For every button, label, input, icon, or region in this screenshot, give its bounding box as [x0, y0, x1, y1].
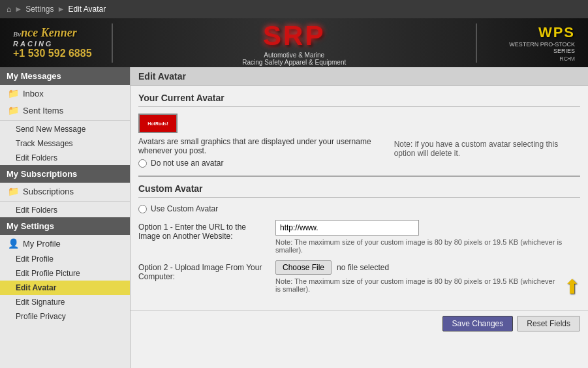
choose-file-button[interactable]: Choose File — [275, 260, 332, 275]
custom-avatar-title: Custom Avatar — [138, 183, 580, 198]
my-subscriptions-header: My Subscriptions — [0, 165, 130, 183]
option1-row: Option 1 - Enter the URL to the Image on… — [138, 220, 580, 254]
sidebar-item-edit-signature[interactable]: Edit Signature — [0, 295, 130, 309]
sidebar-item-profile-privacy[interactable]: Profile Privacy — [0, 309, 130, 324]
main-content: Edit Avatar Your Current Avatar HotRods!… — [131, 67, 588, 368]
use-custom-avatar-label: Use Custom Avatar — [151, 204, 218, 213]
banner-right-logo: WPS WESTERN PRO-STOCK SERIES RC•M — [497, 24, 575, 62]
sidebar: My Messages 📁 Inbox 📁 Sent Items Send Ne… — [0, 67, 131, 368]
sidebar-item-subscriptions[interactable]: 📁 Subscriptions — [0, 183, 130, 200]
sidebar-item-edit-profile-picture[interactable]: Edit Profile Picture — [0, 266, 130, 281]
sent-folder-icon: 📁 — [8, 105, 19, 115]
my-messages-header: My Messages — [0, 67, 130, 85]
profile-user-icon: 👤 — [8, 238, 19, 249]
subscriptions-folder-icon: 📁 — [8, 186, 19, 196]
banner: Bvnce Kenner RACING +1 530 592 6885 SRP … — [0, 18, 588, 67]
inbox-folder-icon: 📁 — [8, 88, 19, 99]
breadcrumb-settings[interactable]: Settings — [25, 5, 54, 14]
no-file-selected-label: no file selected — [337, 263, 389, 272]
url-input[interactable] — [275, 220, 419, 236]
sidebar-item-edit-profile[interactable]: Edit Profile — [0, 252, 130, 266]
no-avatar-label: Do not use an avatar — [151, 159, 223, 168]
sidebar-item-my-profile[interactable]: 👤 My Profile — [0, 235, 130, 252]
banner-left-logo: Bvnce Kenner RACING +1 530 592 6885 — [13, 26, 92, 59]
no-avatar-note: Note: if you have a custom avatar select… — [394, 140, 580, 158]
breadcrumb-separator2: ► — [57, 5, 65, 14]
save-changes-button[interactable]: Save Changes — [442, 316, 514, 331]
sidebar-item-sent-items[interactable]: 📁 Sent Items — [0, 102, 130, 119]
use-custom-avatar-radio[interactable] — [138, 205, 147, 213]
breadcrumb: ⌂ ► Settings ► Edit Avatar — [0, 0, 588, 18]
sidebar-item-send-new-message[interactable]: Send New Message — [0, 122, 130, 136]
option2-row: Option 2 - Upload Image From Your Comput… — [138, 260, 580, 297]
home-icon[interactable]: ⌂ — [7, 5, 11, 14]
option2-note: Note: The maximum size of your custom im… — [275, 277, 559, 293]
sidebar-item-edit-folders-subscriptions[interactable]: Edit Folders — [0, 203, 130, 217]
breadcrumb-separator1: ► — [14, 5, 22, 14]
action-buttons-row: Save Changes Reset Fields — [131, 310, 588, 337]
option2-label: Option 2 - Upload Image From Your Comput… — [138, 260, 269, 281]
my-settings-header: My Settings — [0, 217, 130, 235]
sidebar-item-edit-avatar[interactable]: Edit Avatar — [0, 281, 130, 295]
current-avatar-image: HotRods! — [138, 114, 178, 133]
upload-arrow-indicator: ⬆ — [564, 277, 580, 297]
breadcrumb-current: Edit Avatar — [68, 5, 106, 14]
sidebar-item-edit-folders-messages[interactable]: Edit Folders — [0, 151, 130, 165]
no-avatar-radio[interactable] — [138, 159, 147, 168]
option1-note: Note: The maximum size of your custom im… — [275, 238, 563, 254]
option1-label: Option 1 - Enter the URL to the Image on… — [138, 220, 269, 241]
reset-fields-button[interactable]: Reset Fields — [517, 316, 580, 331]
banner-center-logo: SRP Automotive & Marine Racing Safety Ap… — [132, 20, 456, 66]
avatar-description-text: Avatars are small graphics that are disp… — [138, 137, 381, 155]
sidebar-item-inbox[interactable]: 📁 Inbox — [0, 85, 130, 102]
current-avatar-title: Your Current Avatar — [138, 93, 580, 107]
sidebar-item-track-messages[interactable]: Track Messages — [0, 136, 130, 151]
content-header: Edit Avatar — [131, 67, 588, 86]
